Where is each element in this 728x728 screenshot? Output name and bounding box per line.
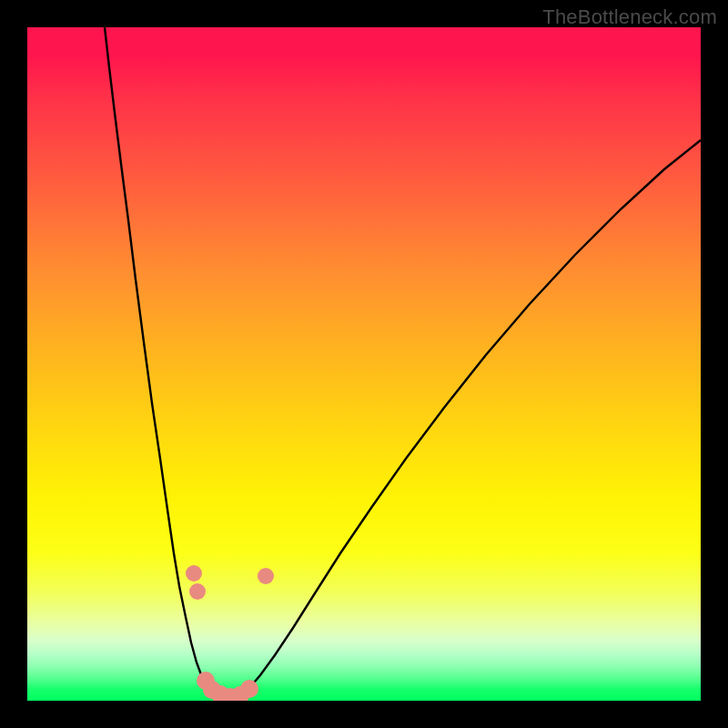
marker-dot bbox=[186, 565, 202, 581]
curve-layer bbox=[27, 27, 701, 701]
watermark-text: TheBottleneck.com bbox=[542, 5, 717, 29]
outer-frame: TheBottleneck.com bbox=[0, 0, 728, 728]
marker-dot bbox=[258, 568, 274, 584]
marker-dots bbox=[186, 565, 274, 701]
marker-dot bbox=[189, 583, 206, 600]
marker-dot bbox=[240, 680, 258, 698]
plot-area bbox=[27, 27, 701, 701]
